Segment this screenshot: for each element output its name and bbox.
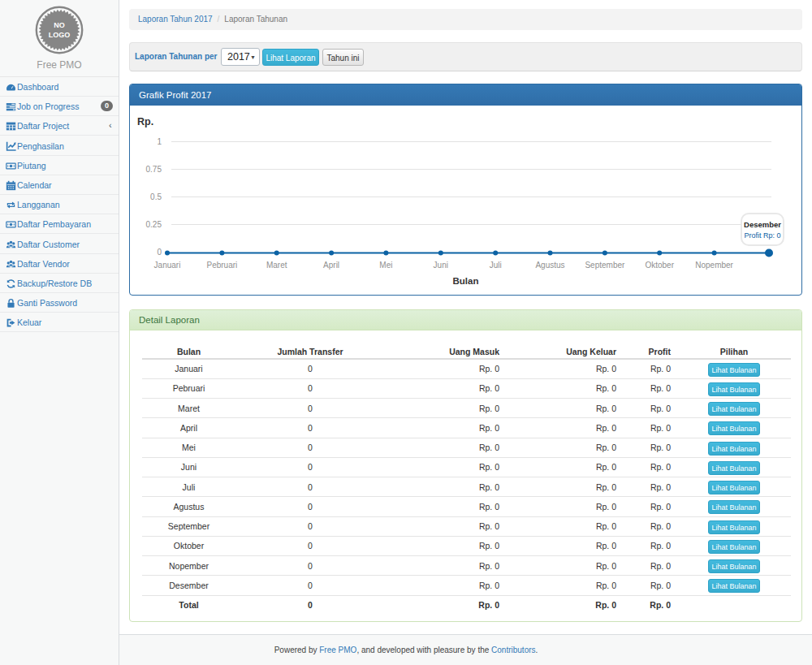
svg-text:Pebruari: Pebruari (206, 261, 237, 270)
svg-text:Mei: Mei (379, 261, 392, 270)
svg-text:LOGO: LOGO (49, 31, 71, 39)
svg-text:0.5: 0.5 (150, 192, 162, 201)
svg-text:NO: NO (54, 21, 65, 29)
svg-text:April: April (323, 261, 339, 270)
svg-text:Juni: Juni (434, 261, 448, 270)
svg-text:Maret: Maret (266, 261, 287, 270)
svg-text:Januari: Januari (154, 261, 181, 270)
svg-text:1: 1 (157, 137, 162, 146)
svg-text:Nopember: Nopember (695, 261, 733, 270)
svg-text:Oktober: Oktober (645, 261, 674, 270)
svg-text:September: September (585, 261, 625, 270)
svg-text:Juli: Juli (490, 261, 502, 270)
svg-text:Rp.: Rp. (137, 116, 153, 127)
svg-text:0: 0 (157, 248, 162, 257)
svg-text:0.75: 0.75 (146, 165, 162, 174)
svg-text:0.25: 0.25 (146, 220, 162, 229)
svg-text:Agustus: Agustus (535, 261, 564, 270)
